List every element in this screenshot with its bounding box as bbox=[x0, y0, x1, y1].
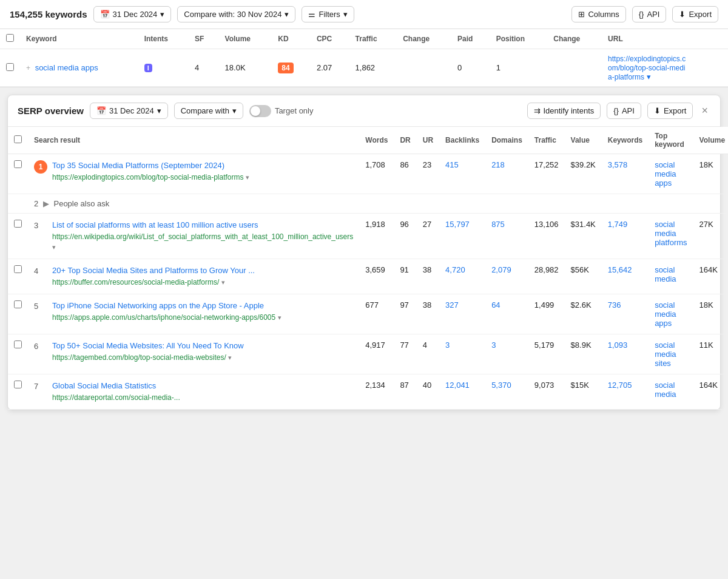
serp-row-checkbox[interactable] bbox=[14, 265, 22, 273]
row-intents: I bbox=[138, 49, 189, 87]
row-top-keyword: social media bbox=[649, 374, 693, 409]
url-expand-icon[interactable]: ▾ bbox=[221, 279, 225, 286]
row-traffic: 28,982 bbox=[528, 259, 565, 294]
compare-with-button[interactable]: Compare with: 30 Nov 2024 ▾ bbox=[177, 6, 295, 22]
identify-intents-button[interactable]: ⇉ Identify intents bbox=[527, 103, 601, 119]
domains-link[interactable]: 64 bbox=[491, 300, 500, 310]
result-title-link[interactable]: Global Social Media Statistics bbox=[52, 381, 156, 390]
row-check bbox=[8, 154, 28, 194]
domains-link[interactable]: 3 bbox=[491, 340, 496, 350]
row-ur: 38 bbox=[417, 259, 439, 294]
url-expand-icon[interactable]: ▾ bbox=[246, 174, 249, 181]
backlinks-link[interactable]: 327 bbox=[445, 300, 459, 310]
row-keywords: 1,749 bbox=[602, 214, 649, 259]
serp-close-button[interactable]: × bbox=[699, 104, 710, 117]
row-keywords: 15,642 bbox=[602, 259, 649, 294]
row-volume: 18K bbox=[693, 294, 728, 334]
select-all-checkbox[interactable] bbox=[6, 34, 14, 42]
top-keyword-link[interactable]: social media bbox=[655, 265, 676, 283]
url-expand-icon[interactable]: ▾ bbox=[52, 243, 56, 251]
row-keywords: 1,093 bbox=[602, 334, 649, 374]
row-dr: 97 bbox=[394, 294, 416, 334]
kd-badge: 84 bbox=[278, 63, 293, 73]
serp-row-checkbox[interactable] bbox=[14, 220, 22, 228]
backlinks-link[interactable]: 415 bbox=[445, 160, 459, 169]
backlinks-link[interactable]: 15,797 bbox=[445, 220, 470, 229]
col-volume: Volume bbox=[693, 127, 728, 154]
row-words: 1,918 bbox=[359, 214, 394, 259]
target-only-toggle[interactable] bbox=[249, 105, 271, 117]
result-title-link[interactable]: Top 35 Social Media Platforms (September… bbox=[52, 161, 224, 170]
calendar-icon: 📅 bbox=[100, 10, 110, 19]
serp-compare-button[interactable]: Compare with ▾ bbox=[174, 103, 243, 119]
serp-export-button[interactable]: ⬇ Export bbox=[647, 103, 693, 119]
row-domains: 3 bbox=[485, 334, 528, 374]
row-backlinks: 415 bbox=[439, 154, 485, 194]
chevron-down-icon: ▾ bbox=[160, 10, 164, 19]
row-words: 2,134 bbox=[359, 374, 394, 409]
backlinks-link[interactable]: 4,720 bbox=[445, 265, 465, 274]
keywords-link[interactable]: 3,578 bbox=[608, 160, 628, 169]
top-keyword-link[interactable]: social media sites bbox=[655, 340, 676, 368]
export-button[interactable]: ⬇ Export bbox=[672, 6, 718, 22]
keywords-link[interactable]: 1,749 bbox=[608, 220, 628, 229]
backlinks-link[interactable]: 12,041 bbox=[445, 381, 470, 390]
rank-number: 5 bbox=[34, 300, 47, 311]
row-sf: 4 bbox=[189, 49, 219, 87]
result-title-link[interactable]: List of social platforms with at least 1… bbox=[52, 220, 258, 229]
keyword-link[interactable]: social media apps bbox=[35, 63, 98, 72]
col-keywords: Keywords bbox=[602, 127, 649, 154]
top-keyword-link[interactable]: social media bbox=[655, 381, 676, 399]
top-keyword-link[interactable]: social media apps bbox=[655, 160, 676, 188]
col-pos-change: Change bbox=[547, 29, 602, 49]
result-title-link[interactable]: 20+ Top Social Media Sites and Platforms… bbox=[52, 266, 255, 275]
serp-row-checkbox[interactable] bbox=[14, 160, 22, 168]
date-button[interactable]: 📅 31 Dec 2024 ▾ bbox=[93, 6, 172, 22]
result-title-link[interactable]: Top 50+ Social Media Websites: All You N… bbox=[52, 341, 244, 350]
row-volume: 164K bbox=[693, 374, 728, 409]
row-paid: 0 bbox=[451, 49, 490, 87]
url-expand-icon[interactable]: ▾ bbox=[228, 354, 232, 361]
row-keywords: 12,705 bbox=[602, 374, 649, 409]
top-keyword-link[interactable]: social media platforms bbox=[655, 220, 687, 247]
keywords-link[interactable]: 12,705 bbox=[608, 381, 632, 390]
filters-button[interactable]: ⚌ Filters ▾ bbox=[302, 6, 354, 22]
row-pos-change bbox=[547, 49, 602, 87]
row-select-checkbox[interactable] bbox=[6, 63, 14, 71]
top-keyword-link[interactable]: social media apps bbox=[655, 300, 676, 328]
url-expand-icon[interactable]: ▾ bbox=[278, 314, 281, 321]
domains-link[interactable]: 5,370 bbox=[491, 381, 511, 390]
row-ur: 23 bbox=[417, 154, 439, 194]
serp-row: 5 Top iPhone Social Networking apps on t… bbox=[8, 294, 728, 334]
columns-button[interactable]: ⊞ Columns bbox=[571, 6, 625, 22]
domains-link[interactable]: 2,079 bbox=[491, 265, 511, 274]
keywords-link[interactable]: 15,642 bbox=[608, 265, 632, 274]
serp-select-all[interactable] bbox=[14, 135, 22, 143]
expand-icon[interactable]: ▶ bbox=[43, 199, 49, 208]
row-check bbox=[8, 374, 28, 409]
row-backlinks: 4,720 bbox=[439, 259, 485, 294]
backlinks-link[interactable]: 3 bbox=[445, 340, 450, 350]
serp-row-checkbox[interactable] bbox=[14, 381, 22, 388]
keywords-link[interactable]: 1,093 bbox=[608, 340, 628, 350]
row-value: $15K bbox=[565, 374, 602, 409]
serp-row-checkbox[interactable] bbox=[14, 340, 22, 348]
serp-row-checkbox[interactable] bbox=[14, 300, 22, 308]
serp-date-button[interactable]: 📅 31 Dec 2024 ▾ bbox=[90, 103, 168, 119]
row-volume: 18K bbox=[693, 154, 728, 194]
url-dropdown-icon[interactable]: ▾ bbox=[647, 72, 651, 81]
row-backlinks: 327 bbox=[439, 294, 485, 334]
keywords-link[interactable]: 736 bbox=[608, 300, 621, 310]
col-change: Change bbox=[397, 29, 451, 49]
serp-api-button[interactable]: {} API bbox=[607, 103, 641, 119]
api-button[interactable]: {} API bbox=[632, 6, 667, 22]
row-traffic: 1,862 bbox=[349, 49, 397, 87]
domains-link[interactable]: 218 bbox=[491, 160, 505, 169]
result-title-link[interactable]: Top iPhone Social Networking apps on the… bbox=[52, 301, 264, 310]
add-icon[interactable]: + bbox=[26, 64, 30, 72]
result-url: https://explodingtopics.com/blog/top-soc… bbox=[52, 172, 249, 183]
row-words: 3,659 bbox=[359, 259, 394, 294]
target-only-label: Target only bbox=[275, 106, 314, 115]
domains-link[interactable]: 875 bbox=[491, 220, 505, 229]
row-traffic: 1,499 bbox=[528, 294, 565, 334]
